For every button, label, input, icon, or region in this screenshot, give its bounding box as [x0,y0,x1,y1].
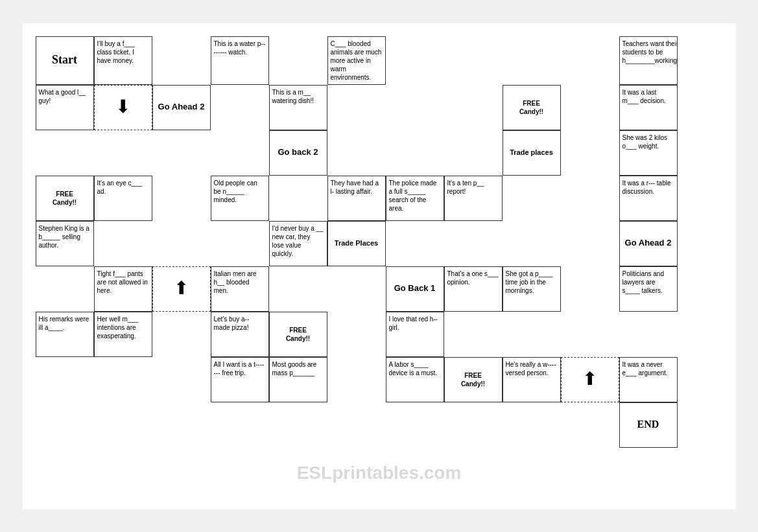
cell-text-1-10: It was a last m___ decision. [622,88,674,105]
cell-3-3: Old people can be n_____ minded. [211,176,269,221]
cell-4-0: Stephen King is a b_____ selling author. [36,221,94,266]
cell-5-1: Tight f___ pants are not allowed in here… [94,266,152,312]
cell-6-7 [444,312,503,357]
cell-0-2 [152,36,211,85]
cell-3-5: They have had a l- lasting affair. [327,176,386,221]
cell-8-9 [561,402,619,448]
cell-8-5 [327,402,386,448]
cell-text-6-1: Her well m___ intentions are exasperatin… [97,315,149,340]
cell-4-8 [503,221,561,266]
watermark: ESLprintables.com [297,463,462,483]
cell-8-10: END [619,402,678,448]
cell-7-3: All I want is a t------- free trip. [211,357,269,402]
cell-1-1: ⬇ [94,85,152,130]
cell-5-0 [36,266,94,312]
cell-3-1: It's an eye c___ ad. [94,176,152,221]
cell-2-6 [386,130,444,176]
cell-0-8 [503,36,561,85]
cell-0-5: C___ blooded animals are much more activ… [327,36,386,85]
cell-6-10 [619,312,678,357]
cell-text-7-10: It was a never e___ argument. [622,360,674,377]
cell-5-4 [269,266,327,312]
cell-text-7-3: All I want is a t------- free trip. [214,360,266,377]
cell-text-0-1: I'll buy a f___ class ticket, I have mon… [97,40,149,65]
cell-4-4: I'd never buy a __ new car, they lose va… [269,221,327,266]
cell-5-8: She got a p____ time job in the mornings… [503,266,561,312]
cell-4-5: Trade Places [327,221,386,266]
cell-8-2 [152,402,211,448]
cell-4-7 [444,221,503,266]
cell-4-6 [386,221,444,266]
cell-1-2: Go Ahead 2 [152,85,211,130]
cell-2-7 [444,130,503,176]
cell-text-5-10: Politicians and lawyers are s____ talker… [622,270,674,295]
cell-5-7: That's a one s___ opinion. [444,266,503,312]
cell-5-2: ⬆ [152,266,211,312]
cell-3-2 [152,176,211,221]
cell-text-0-10: Teachers want their students to be h____… [622,40,678,65]
cell-2-1 [94,130,152,176]
cell-2-4: Go back 2 [269,130,327,176]
cell-8-0 [36,402,94,448]
cell-text-6-0: His remarks were ill a____. [39,315,91,332]
cell-3-10: It was a r--- table discussion. [619,176,678,221]
cell-5-5 [327,266,386,312]
cell-0-10: Teachers want their students to be h____… [619,36,678,85]
cell-text-3-1: It's an eye c___ ad. [97,179,149,196]
cell-2-0 [36,130,94,176]
cell-text-1-0: What a good l__ guy! [39,88,91,105]
cell-3-8 [503,176,561,221]
cell-6-9 [561,312,619,357]
game-board: StartI'll buy a f___ class ticket, I hav… [36,36,723,448]
cell-text-7-4: Most goods are mass p______ [272,360,324,377]
cell-0-9 [561,36,619,85]
cell-0-6 [386,36,444,85]
cell-7-10: It was a never e___ argument. [619,357,678,402]
cell-1-9 [561,85,619,130]
cell-1-6 [386,85,444,130]
cell-0-4 [269,36,327,85]
cell-text-5-8: She got a p____ time job in the mornings… [506,270,558,295]
cell-3-4 [269,176,327,221]
cell-7-4: Most goods are mass p______ [269,357,327,402]
cell-3-7: It's a ten p__ report! [444,176,503,221]
cell-text-5-1: Tight f___ pants are not allowed in here… [97,270,149,295]
cell-8-6 [386,402,444,448]
cell-5-3: Italian men are h__ blooded men. [211,266,269,312]
cell-6-8 [503,312,561,357]
cell-7-9: ⬆ [561,357,619,402]
cell-1-8: FREECandy!! [503,85,561,130]
cell-text-0-3: This is a water p-------- watch. [214,40,266,56]
cell-5-9 [561,266,619,312]
cell-1-5 [327,85,386,130]
cell-8-8 [503,402,561,448]
cell-7-0 [36,357,94,402]
cell-text-3-3: Old people can be n_____ minded. [214,179,266,204]
board-container: StartI'll buy a f___ class ticket, I hav… [23,23,736,509]
cell-4-2 [152,221,211,266]
cell-1-4: This is a m__ watering dish!! [269,85,327,130]
cell-3-9 [561,176,619,221]
cell-6-1: Her well m___ intentions are exasperatin… [94,312,152,357]
cell-1-0: What a good l__ guy! [36,85,94,130]
cell-4-9 [561,221,619,266]
cell-4-3 [211,221,269,266]
cell-6-6: I love that red h-- girl. [386,312,444,357]
cell-text-5-3: Italian men are h__ blooded men. [214,270,266,295]
cell-0-3: This is a water p-------- watch. [211,36,269,85]
cell-2-3 [211,130,269,176]
cell-2-8: Trade places [503,130,561,176]
cell-7-5 [327,357,386,402]
cell-1-10: It was a last m___ decision. [619,85,678,130]
cell-0-0: Start [36,36,94,85]
cell-1-7 [444,85,503,130]
cell-text-3-10: It was a r--- table discussion. [622,179,674,196]
cell-6-4: FREECandy!! [269,312,327,357]
cell-text-0-5: C___ blooded animals are much more activ… [331,40,383,82]
cell-3-0: FREECandy!! [36,176,94,221]
cell-8-7 [444,402,503,448]
cell-7-6: A labor s____ device is a must. [386,357,444,402]
cell-2-10: She was 2 kilos o___ weight. [619,130,678,176]
cell-7-8: He's really a w---- versed person. [503,357,561,402]
cell-6-0: His remarks were ill a____. [36,312,94,357]
